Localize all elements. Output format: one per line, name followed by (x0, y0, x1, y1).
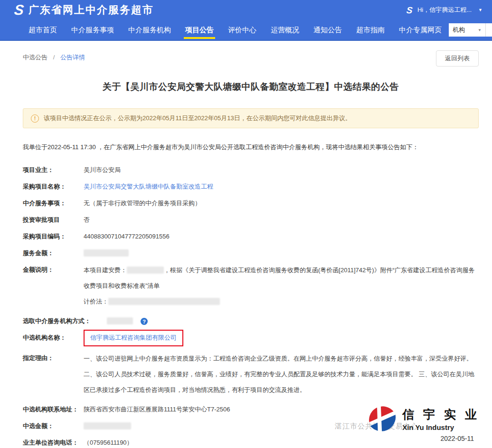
field-row-owner: 项目业主： 吴川市公安局 (23, 165, 479, 175)
field-value: 否 (84, 215, 90, 225)
amount-note-prefix: 本项目建安费： (84, 267, 127, 274)
search-input[interactable] (486, 23, 492, 37)
field-label: 中选机构名称： (23, 333, 84, 346)
help-question-icon[interactable]: ? (141, 318, 148, 325)
field-value: 吴川市公安局 (84, 165, 121, 175)
field-row-investment-approval: 投资审批项目 否 (23, 215, 479, 225)
publicity-notice: ! 该项目中选情况正在公示，公示期为2022年05月11日至2022年05月13… (23, 108, 479, 128)
intro-paragraph: 我单位于2022-05-11 17:30 ，在广东省网上中介服务超市为吴川市公安… (23, 143, 479, 152)
nav-items: 超市首页 中介服务事项 中介服务机构 项目公告 评价中心 运营概况 通知公告 超… (21, 20, 449, 40)
site-title: 广东省网上中介服务超市 (28, 3, 154, 17)
field-value: （07595611190） (84, 438, 133, 448)
nav-item-home[interactable]: 超市首页 (21, 20, 64, 40)
user-menu[interactable]: S Hi，信宇腾远工程... ▼ (407, 6, 483, 15)
field-label: 采购项目编码： (23, 232, 84, 241)
company-name-cn: 信 宇 实 业 (402, 407, 480, 422)
field-value: 无（属于非行政管理的中介服务项目采购） (84, 199, 201, 208)
nav-item-service-orgs[interactable]: 中介服务机构 (121, 20, 178, 40)
field-row-selection-method: 选取中介服务机构方式： ? (23, 316, 479, 326)
field-value: 4408830071047772205091556 (84, 232, 170, 241)
field-label: 中介服务事项： (23, 199, 84, 208)
nav-item-dedicated-page[interactable]: 中介专属网页 (392, 20, 449, 40)
redacted-value (84, 421, 131, 431)
nav-item-service-matters[interactable]: 中介服务事项 (64, 20, 121, 40)
main-nav: 超市首页 中介服务事项 中介服务机构 项目公告 评价中心 运营概况 通知公告 超… (0, 20, 492, 41)
breadcrumb-current: 公告详情 (60, 54, 85, 61)
field-value: ? (107, 316, 148, 326)
breadcrumb-parent[interactable]: 中选公告 (23, 54, 47, 61)
nav-item-guide[interactable]: 超市指南 (349, 20, 392, 40)
select-caret-down-icon: ▼ (478, 28, 482, 32)
search-area: 机构 ▼ (449, 23, 492, 37)
back-to-list-button[interactable]: 返回列表 (436, 50, 479, 67)
field-row-service-amount: 服务金额： (23, 248, 479, 258)
field-label: 服务金额： (23, 248, 84, 258)
nav-item-operation-overview[interactable]: 运营概况 (264, 20, 306, 40)
field-value: 本项目建安费：，根据《关于调整我省建设工程造价咨询服务收费的复函(粤价函[201… (84, 262, 479, 309)
project-name-link[interactable]: 吴川市公安局交警大队塘缀中队备勤室改造工程 (84, 182, 213, 191)
site-logo-icon: S (13, 3, 24, 17)
page-title: 关于【吴川市公安局交警大队塘缀中队备勤室改造工程】中选结果的公告 (23, 81, 479, 93)
field-label: 指定理由： (23, 353, 84, 398)
nav-item-evaluation-center[interactable]: 评价中心 (221, 20, 264, 40)
field-label: 中选机构联系地址： (23, 405, 84, 414)
field-row-reason: 指定理由： 一、该公司进驻网上中介服务超市资质显示为：工程造价咨询企业乙级资质。… (23, 353, 479, 398)
watermark-date: 2022-05-11 (440, 435, 474, 442)
top-bar: S 广东省网上中介服务超市 S Hi，信宇腾远工程... ▼ (0, 0, 492, 20)
selected-org-link[interactable]: 信宇腾远工程咨询集团有限公司 (90, 334, 177, 341)
notice-text: 该项目中选情况正在公示，公示期为2022年05月11日至2022年05月13日，… (44, 114, 351, 123)
field-label: 采购项目名称： (23, 182, 84, 191)
breadcrumb: 中选公告 / 公告详情 (23, 41, 479, 62)
warning-icon: ! (31, 114, 39, 123)
field-row-project-code: 采购项目编码： 4408830071047772205091556 (23, 232, 479, 241)
field-value: 陕西省西安市曲江新区雁展路1111号莱安中心T7-2506 (84, 405, 230, 414)
user-caret-down-icon: ▼ (478, 8, 483, 12)
field-label: 业主单位咨询电话： (23, 438, 84, 448)
redacted-pricing-method (108, 298, 220, 305)
search-category-select[interactable]: 机构 ▼ (449, 23, 486, 37)
field-row-amount-note: 金额说明： 本项目建安费：，根据《关于调整我省建设工程造价咨询服务收费的复函(粤… (23, 265, 479, 309)
field-label: 项目业主： (23, 165, 84, 175)
field-label: 金额说明： (23, 265, 84, 309)
field-label: 投资审批项目 (23, 215, 84, 225)
field-row-project-name: 采购项目名称： 吴川市公安局交警大队塘缀中队备勤室改造工程 (23, 182, 479, 191)
watermark: 湛江市公共资源交易中心 信 宇 实 业 Xin Yu Industry 2022… (361, 402, 480, 447)
company-logo-icon (365, 402, 399, 436)
field-label: 选取中介服务机构方式： (23, 316, 95, 326)
pricing-method-prefix: 计价法： (84, 298, 108, 305)
field-label: 中选金额： (23, 421, 84, 431)
selected-org-highlight-box: 信宇腾远工程咨询集团有限公司 (84, 330, 183, 346)
field-value: 一、该公司进驻网上中介服务超市资质显示为：工程造价咨询企业乙级资质。在网上中介服… (84, 351, 479, 398)
redacted-amount (127, 267, 164, 274)
company-logo-block: 信 宇 实 业 Xin Yu Industry (365, 402, 480, 436)
search-category-value: 机构 (453, 26, 465, 34)
company-name-en: Xin Yu Industry (402, 423, 480, 431)
nav-item-project-announcements[interactable]: 项目公告 (178, 20, 221, 40)
user-logo-icon: S (406, 6, 413, 15)
breadcrumb-separator: / (53, 54, 55, 61)
redacted-value (84, 248, 129, 258)
field-row-service-item: 中介服务事项： 无（属于非行政管理的中介服务项目采购） (23, 199, 479, 208)
announcement-page: 中选公告 / 公告详情 返回列表 关于【吴川市公安局交警大队塘缀中队备勤室改造工… (0, 41, 492, 448)
company-texts: 信 宇 实 业 Xin Yu Industry (402, 407, 480, 431)
redacted-method (107, 317, 133, 324)
nav-item-notices[interactable]: 通知公告 (306, 20, 349, 40)
field-row-selected-org: 中选机构名称： 信宇腾远工程咨询集团有限公司 (23, 333, 479, 346)
user-greeting: Hi，信宇腾远工程... (417, 6, 472, 14)
